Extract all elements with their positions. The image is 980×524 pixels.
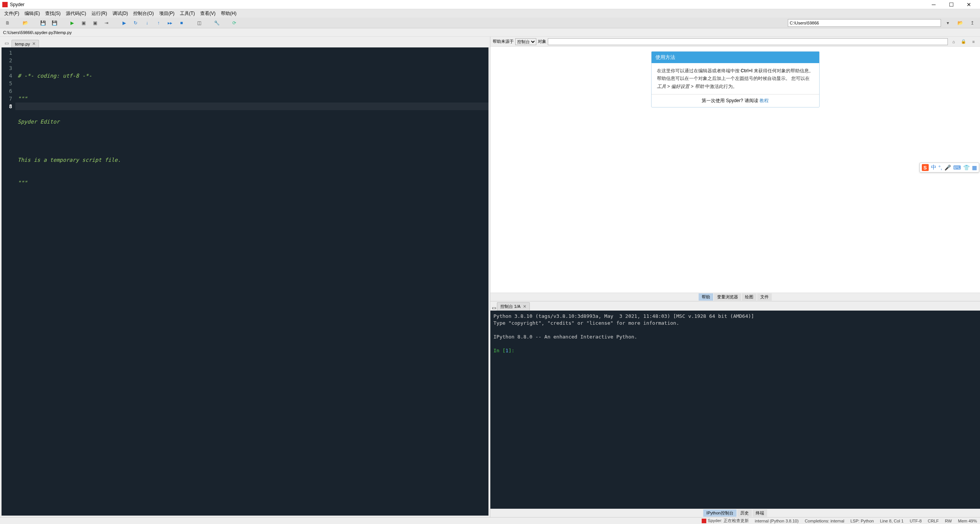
help-usage-card: 使用方法 在这里你可以通过在编辑器或者终端中按 Ctrl+I 来获得任何对象的帮… [651,51,820,107]
help-pane-tabs: 帮助 变量浏览器 绘图 文件 [490,293,980,301]
tab-history[interactable]: 历史 [737,509,752,517]
menu-source[interactable]: 源代码(C) [63,10,89,18]
menu-file[interactable]: 文件(F) [2,10,22,18]
sb-lsp[interactable]: LSP: Python [851,519,874,523]
ime-punct-icon[interactable]: °, [939,164,942,171]
debug-button[interactable]: ▶ [119,19,129,27]
window-title: Spyder [10,2,925,7]
console-close-tab-icon[interactable]: ✕ [523,304,526,309]
ime-mic-icon[interactable]: 🎤 [944,164,951,171]
run-selection-button[interactable]: ⇥ [101,19,112,27]
help-card-line2: 帮助信息可以在一个对象之后加上一个左圆括号的时候自动显示。 您可以在 工具 > … [657,75,814,90]
ime-logo-icon[interactable]: S [922,164,929,171]
menu-help[interactable]: 帮助(H) [218,10,239,18]
tab-files[interactable]: 文件 [757,293,772,301]
ime-toolbar[interactable]: S 中 °, 🎤 ⌨ 👕 ▦ [920,163,980,172]
sb-cursor-pos[interactable]: Line 8, Col 1 [880,519,904,523]
help-pane: 帮助来源于 控制台 对象 ⌂ 🔒 ≡ 使用方法 在这里你可以通过在编辑器或者终端… [490,37,980,301]
parent-dir-button[interactable]: ↥ [967,19,978,27]
help-home-icon[interactable]: ⌂ [949,37,958,46]
browse-tabs-icon[interactable]: ▭ [2,39,11,47]
run-button[interactable]: ▶ [67,19,77,27]
sb-interpreter[interactable]: internal (Python 3.8.10) [755,519,799,523]
menubar: 文件(F) 编辑(E) 查找(S) 源代码(C) 运行(R) 调试(D) 控制台… [0,9,980,18]
editor-tab-temp[interactable]: temp.py ✕ [11,40,39,47]
editor-pane: ▭ temp.py ✕ 1 2 3 4 5 6 7 8 # -*- coding… [0,37,490,517]
save-all-button[interactable]: 💾 [49,19,60,27]
tab-ipython-console[interactable]: IPython控制台 [703,509,736,517]
sb-eol[interactable]: CRLF [928,519,939,523]
statusbar: Spyder: 正在检查更新 internal (Python 3.8.10) … [0,517,980,524]
app-logo-icon [2,2,8,7]
debug-step-in-button[interactable]: ↓ [142,19,152,27]
menu-tools[interactable]: 工具(T) [177,10,198,18]
sb-encoding[interactable]: UTF-8 [910,519,921,523]
file-path-bar: C:\Users\59866\.spyder-py3\temp.py [0,28,980,37]
new-file-button[interactable]: 🗎 [2,19,13,27]
working-dir-dropdown-icon[interactable]: ▾ [942,19,953,27]
menu-consoles[interactable]: 控制台(O) [131,10,156,18]
help-toolbar: 帮助来源于 控制台 对象 ⌂ 🔒 ≡ [490,37,980,47]
ime-keyboard-icon[interactable]: ⌨ [953,164,961,171]
sb-permissions: RW [945,519,952,523]
help-lock-icon[interactable]: 🔒 [959,37,968,46]
menu-view[interactable]: 查看(V) [198,10,218,18]
close-tab-icon[interactable]: ✕ [32,41,36,46]
help-card-footer: 第一次使用 Spyder? 请阅读 教程 [652,94,819,107]
close-button[interactable]: ✕ [960,0,978,9]
sb-memory: Mem 49% [958,519,977,523]
maximize-button[interactable]: ☐ [942,0,960,9]
tab-help[interactable]: 帮助 [699,293,713,301]
spyder-logo-icon [702,519,706,523]
help-tutorial-link[interactable]: 教程 [760,98,769,103]
ime-toolbox-icon[interactable]: ▦ [972,164,977,171]
console-pane: ▭ 控制台 1/A ✕ Python 3.8.10 (tags/v3.8.10:… [490,301,980,517]
maximize-pane-button[interactable]: ◫ [194,19,204,27]
debug-step-out-button[interactable]: ↑ [153,19,164,27]
ime-lang-toggle[interactable]: 中 [931,164,936,171]
line-number-gutter: 1 2 3 4 5 6 7 8 [2,47,15,516]
tab-variable-explorer[interactable]: 变量浏览器 [714,293,741,301]
help-object-input[interactable] [548,38,948,45]
tab-terminal[interactable]: 终端 [753,509,767,517]
debug-continue-button[interactable]: ▸▸ [165,19,175,27]
help-card-line1: 在这里你可以通过在编辑器或者终端中按 Ctrl+I 来获得任何对象的帮助信息。 [657,67,814,75]
console-output[interactable]: Python 3.8.10 (tags/v3.8.10:3d8993a, May… [490,311,980,509]
help-card-title: 使用方法 [652,52,819,63]
menu-projects[interactable]: 项目(P) [157,10,177,18]
editor-tab-label: temp.py [15,42,30,46]
ime-skin-icon[interactable]: 👕 [963,164,970,171]
save-button[interactable]: 💾 [38,19,48,27]
console-tab-1a[interactable]: 控制台 1/A ✕ [497,302,530,311]
open-file-button[interactable]: 📂 [20,19,31,27]
preferences-button[interactable]: 🔧 [211,19,222,27]
editor-body[interactable]: 1 2 3 4 5 6 7 8 # -*- coding: utf-8 -*- … [2,47,488,516]
sb-update: Spyder: 正在检查更新 [702,518,749,524]
debug-step-button[interactable]: ↻ [130,19,141,27]
browse-dir-button[interactable]: 📂 [955,19,965,27]
help-content: 使用方法 在这里你可以通过在编辑器或者终端中按 Ctrl+I 来获得任何对象的帮… [490,47,980,293]
run-cell-button[interactable]: ▣ [78,19,89,27]
help-source-select[interactable]: 控制台 [515,38,536,45]
menu-edit[interactable]: 编辑(E) [22,10,42,18]
code-area[interactable]: # -*- coding: utf-8 -*- """ Spyder Edito… [15,47,488,516]
toolbar: 🗎 📂 💾 💾 ▶ ▣ ▣ ⇥ ▶ ↻ ↓ ↑ ▸▸ ■ ◫ 🔧 ⟳ ▾ 📂 ↥ [0,18,980,28]
menu-run[interactable]: 运行(R) [89,10,110,18]
help-source-label: 帮助来源于 [493,39,514,44]
python-path-button[interactable]: ⟳ [229,19,240,27]
run-cell-advance-button[interactable]: ▣ [90,19,100,27]
minimize-button[interactable]: ─ [925,0,942,9]
console-pane-tabs: IPython控制台 历史 终端 [490,509,980,517]
console-browse-tabs-icon[interactable]: ▭ [492,305,496,311]
editor-tabbar: ▭ temp.py ✕ [2,38,488,47]
debug-stop-button[interactable]: ■ [176,19,187,27]
working-dir-combo[interactable] [788,19,941,27]
help-object-label: 对象 [538,39,546,44]
titlebar: Spyder ─ ☐ ✕ [0,0,980,9]
help-menu-icon[interactable]: ≡ [969,37,978,46]
current-file-path: C:\Users\59866\.spyder-py3\temp.py [3,30,72,35]
tab-plots[interactable]: 绘图 [742,293,756,301]
menu-search[interactable]: 查找(S) [42,10,63,18]
sb-completions[interactable]: Completions: internal [805,519,844,523]
menu-debug[interactable]: 调试(D) [110,10,131,18]
